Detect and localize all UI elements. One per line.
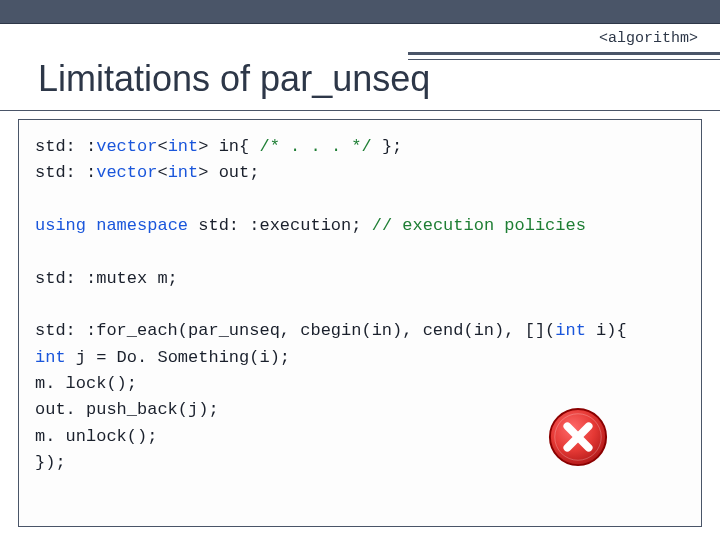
header-rule: [408, 52, 720, 55]
code-line: int j = Do. Something(i);: [35, 345, 685, 371]
code-line: m. lock();: [35, 371, 685, 397]
top-bar: [0, 0, 720, 24]
code-line: [35, 292, 685, 318]
code-block: std: :vector<int> in{ /* . . . */ }; std…: [18, 119, 702, 527]
code-line: [35, 239, 685, 265]
algorithm-header-tag: <algorithm>: [599, 30, 698, 47]
slide-title: Limitations of par_unseq: [38, 58, 430, 100]
code-line: std: :for_each(par_unseq, cbegin(in), ce…: [35, 318, 685, 344]
code-line: [35, 187, 685, 213]
divider: [0, 110, 720, 111]
code-line: std: :vector<int> out;: [35, 160, 685, 186]
code-line: std: :vector<int> in{ /* . . . */ };: [35, 134, 685, 160]
error-icon: [547, 406, 609, 468]
code-line: using namespace std: :execution; // exec…: [35, 213, 685, 239]
header-rule: [408, 59, 720, 60]
code-line: std: :mutex m;: [35, 266, 685, 292]
slide-header: <algorithm> Limitations of par_unseq: [0, 24, 720, 106]
